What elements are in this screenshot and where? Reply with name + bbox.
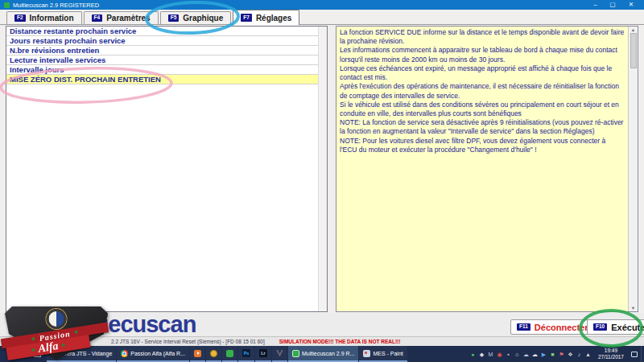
execute-button[interactable]: F10 Exécuter (587, 319, 644, 335)
taskbar-task[interactable]: Ps (238, 346, 254, 362)
simulation-warning: SIMULATION MODE!!! THE DATA IS NOT REAL!… (279, 339, 401, 344)
description-scrollbar[interactable]: ▲ ▼ (628, 27, 638, 311)
execute-label: Exécuter (611, 323, 644, 332)
tray-icon[interactable]: ▶ (540, 352, 547, 357)
tray-icon[interactable]: ☁ (522, 352, 530, 357)
close-button[interactable]: ✕ (629, 0, 634, 10)
list-item[interactable]: N.bre révisions entretien (6, 46, 318, 56)
task-icon: Ps (242, 349, 250, 357)
tab[interactable]: F2 Information (6, 11, 82, 24)
taskbar-task[interactable]: MES - Paint (359, 346, 407, 362)
tray-icon[interactable]: ◆ (478, 352, 485, 357)
description-text: La fonction SERVICE DUE informe sur la d… (336, 27, 628, 311)
tray-icon[interactable]: ● (469, 352, 477, 357)
tray-icon[interactable]: ❖ (567, 352, 574, 357)
taskbar-task[interactable] (190, 346, 205, 362)
clock-time: 19:49 (605, 348, 617, 354)
description-panel: La fonction SERVICE DUE informe sur la d… (336, 26, 638, 312)
tray-icon[interactable]: ⌂ (514, 352, 521, 357)
alfa-romeo-logo-icon (47, 309, 67, 329)
clock-date: 27/11/2017 (598, 354, 624, 360)
taskbar-task[interactable]: Passion Alfa (Alfa R... (117, 346, 189, 362)
list-item[interactable]: Lecture intervalle services (6, 56, 318, 65)
tab-label: Graphique (183, 14, 223, 23)
task-label: Passion Alfa (Alfa R... (130, 351, 185, 356)
tab-label: Information (30, 14, 74, 23)
tray-icon[interactable]: ⚑ (558, 352, 565, 357)
tray-icon[interactable]: ▲ (584, 352, 592, 357)
fkey-badge: F10 (593, 323, 607, 331)
scroll-down-icon[interactable]: ▼ (631, 306, 635, 311)
notification-center-button[interactable] (628, 346, 641, 362)
list-item-label: Lecture intervalle services (10, 56, 105, 64)
fkey-badge: F5 (168, 14, 180, 23)
tab-bar: F2 Information F4 Paramètres F5 Graphiqu… (0, 10, 644, 25)
tray-icon[interactable]: ◉ (496, 352, 503, 357)
show-desktop-button[interactable] (641, 346, 644, 362)
fkey-badge: F7 (241, 14, 252, 22)
task-label: MES - Paint (373, 351, 402, 356)
tray-icon[interactable]: M (487, 352, 494, 357)
task-label: Multiecuscan 2.9 R... (302, 351, 354, 356)
list-item-label: Intervalle jours (10, 65, 64, 74)
tray-icon[interactable]: ♪ (576, 352, 583, 357)
list-item-label: N.bre révisions entretien (10, 46, 99, 55)
list-item-label: Jours restants prochain service (10, 36, 126, 45)
taskbar-task[interactable] (272, 346, 287, 362)
list-item-label: Distance restante prochain service (10, 27, 136, 35)
tray-icon[interactable]: ■ (549, 352, 556, 357)
taskbar-task[interactable]: Lr (255, 346, 271, 362)
tab[interactable]: F5 Graphique (160, 11, 232, 24)
list-item[interactable]: Jours restants prochain service (6, 36, 318, 46)
notification-icon (631, 352, 638, 357)
fkey-badge: F11 (517, 323, 530, 331)
taskbar-task[interactable] (206, 346, 221, 362)
tray-icon[interactable]: ☁ (531, 352, 539, 357)
list-item[interactable]: MISE ZÉRO DIST. PROCHAIN ENTRETIEN (6, 75, 318, 84)
list-item[interactable]: Distance restante prochain service (6, 27, 318, 36)
tab[interactable]: F7 Réglages (233, 10, 299, 25)
tray-icon[interactable]: ▪ (505, 352, 512, 357)
fkey-badge: F4 (92, 14, 103, 23)
maximize-button[interactable]: ▢ (610, 0, 616, 10)
tab[interactable]: F4 Paramètres (84, 11, 159, 24)
service-functions-list: Distance restante prochain service Jours… (6, 27, 318, 311)
list-scrollbar[interactable] (318, 27, 327, 311)
app-icon (4, 2, 10, 8)
list-item-label: MISE ZÉRO DIST. PROCHAIN ENTRETIEN (10, 75, 161, 84)
app-window: Multiecuscan 2.9 REGISTERED – ▢ ✕ F2 Inf… (0, 0, 644, 362)
title-bar: Multiecuscan 2.9 REGISTERED – ▢ ✕ (0, 0, 644, 10)
minimize-button[interactable]: – (593, 0, 597, 10)
scrollbar-thumb[interactable] (630, 33, 637, 68)
taskbar-clock[interactable]: 19:49 27/11/2017 (594, 346, 628, 362)
taskbar-task[interactable]: Multiecuscan 2.9 R... (288, 346, 358, 362)
task-icon (121, 350, 128, 357)
task-icon (363, 350, 370, 357)
disconnect-label: Déconnecter (535, 323, 588, 332)
fkey-badge: F2 (14, 14, 26, 23)
taskbar-task[interactable] (222, 346, 237, 362)
list-item[interactable]: Intervalle jours (6, 65, 318, 75)
window-title: Multiecuscan 2.9 REGISTERED (13, 2, 99, 9)
task-icon (276, 350, 283, 357)
tab-label: Paramètres (106, 14, 150, 23)
scroll-up-icon[interactable]: ▲ (631, 27, 635, 32)
disconnect-button[interactable]: F11 Déconnecter (510, 319, 594, 335)
task-icon (292, 350, 299, 357)
tab-label: Réglages (256, 14, 291, 23)
passion-alfa-badge: Passion Alfa (5, 306, 108, 360)
status-module-text: 2.2 JTS 16V - Service Interval Reset (Si… (111, 339, 265, 344)
system-tray: ● ◆ M ◉ ▪ ⌂ ☁ ☁ ▶ ■ ⚑ ❖ (467, 346, 594, 362)
task-icon (210, 350, 217, 357)
task-icon (194, 350, 201, 357)
task-icon: Lr (259, 349, 267, 357)
task-icon (226, 350, 233, 357)
service-functions-panel: Distance restante prochain service Jours… (6, 26, 328, 312)
